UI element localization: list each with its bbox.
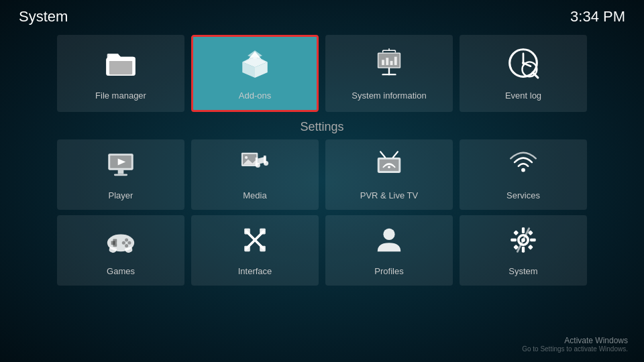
top-row: File manager Add-ons [0, 35, 644, 112]
svg-rect-58 [522, 247, 525, 253]
svg-rect-32 [264, 156, 266, 164]
svg-rect-51 [260, 229, 266, 235]
file-manager-label: File manager [95, 90, 146, 101]
system-information-icon [372, 46, 406, 86]
event-log-icon [506, 46, 540, 86]
svg-rect-52 [244, 246, 250, 252]
watermark-subtitle: Go to Settings to activate Windows. [522, 345, 628, 353]
tile-services[interactable]: Services [460, 139, 587, 210]
svg-point-39 [521, 168, 525, 172]
svg-rect-24 [114, 174, 127, 176]
interface-icon [239, 225, 270, 262]
svg-line-37 [393, 152, 398, 158]
player-label: Player [109, 190, 133, 200]
system-label: System [508, 266, 537, 276]
svg-point-28 [245, 156, 248, 159]
svg-rect-59 [511, 239, 517, 241]
svg-point-38 [388, 166, 390, 169]
svg-rect-53 [260, 246, 266, 252]
svg-rect-9 [390, 61, 393, 65]
tile-profiles[interactable]: Profiles [325, 215, 453, 286]
svg-rect-8 [386, 58, 388, 65]
tile-media[interactable]: Media [191, 139, 319, 210]
svg-rect-57 [522, 227, 525, 233]
profiles-label: Profiles [374, 266, 403, 276]
svg-point-47 [122, 241, 125, 245]
watermark: Activate Windows Go to Settings to activ… [522, 336, 628, 353]
pvr-live-tv-icon [374, 149, 405, 186]
svg-rect-23 [118, 170, 124, 174]
svg-point-54 [383, 229, 394, 240]
add-ons-label: Add-ons [239, 90, 271, 101]
media-label: Media [243, 190, 266, 200]
svg-rect-33 [256, 158, 258, 166]
svg-rect-60 [530, 239, 536, 241]
svg-rect-61 [513, 230, 519, 235]
settings-row-1: Player Media [0, 139, 644, 210]
player-icon [105, 149, 136, 186]
settings-section-title: Settings [0, 120, 644, 134]
system-information-label: System information [352, 90, 426, 101]
tile-system[interactable]: System [460, 215, 587, 286]
games-icon [105, 225, 136, 262]
svg-rect-50 [244, 229, 250, 235]
tile-system-information[interactable]: System information [325, 35, 453, 112]
tile-player[interactable]: Player [57, 139, 184, 210]
services-icon [508, 149, 539, 186]
interface-label: Interface [238, 266, 272, 276]
tile-interface[interactable]: Interface [191, 215, 319, 286]
clock: 3:34 PM [570, 8, 625, 25]
tile-event-log[interactable]: Event log [460, 35, 587, 112]
svg-line-36 [380, 152, 385, 158]
svg-rect-64 [528, 245, 533, 250]
settings-row-2: Games Interface Profiles [0, 215, 644, 286]
tile-pvr-live-tv[interactable]: PVR & Live TV [325, 139, 453, 210]
svg-rect-42 [113, 239, 117, 243]
svg-rect-43 [113, 243, 117, 247]
file-manager-icon [104, 46, 138, 86]
svg-rect-7 [382, 60, 384, 65]
app-title: System [19, 8, 68, 25]
system-icon [508, 225, 539, 262]
svg-point-45 [127, 241, 131, 245]
svg-point-46 [125, 244, 128, 247]
header: System 3:34 PM [0, 0, 644, 31]
add-ons-icon [238, 46, 272, 86]
event-log-label: Event log [505, 90, 541, 101]
tile-file-manager[interactable]: File manager [57, 35, 184, 112]
svg-point-44 [125, 238, 128, 241]
pvr-live-tv-label: PVR & Live TV [360, 190, 418, 200]
svg-rect-10 [394, 57, 397, 66]
tile-games[interactable]: Games [57, 215, 184, 286]
services-label: Services [506, 190, 540, 200]
watermark-title: Activate Windows [522, 336, 628, 345]
tile-add-ons[interactable]: Add-ons [191, 35, 319, 112]
profiles-icon [374, 225, 405, 262]
svg-rect-35 [380, 160, 399, 171]
media-icon [239, 149, 270, 186]
games-label: Games [107, 266, 135, 276]
